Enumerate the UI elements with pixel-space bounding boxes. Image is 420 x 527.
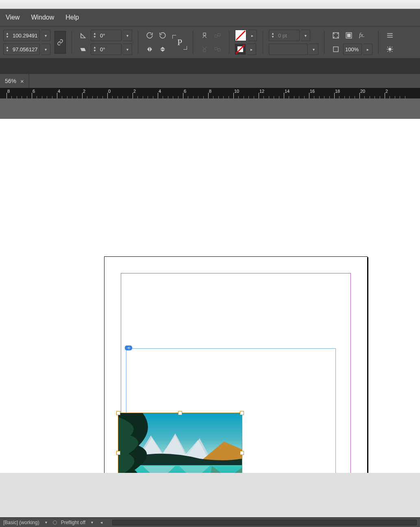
scale-y-dropdown[interactable]: ▾: [41, 44, 50, 55]
horizontal-ruler[interactable]: 8642024681012141618202: [0, 88, 420, 98]
stroke-swatch[interactable]: [235, 44, 246, 55]
document-tab[interactable]: 56% ×: [0, 74, 29, 88]
shear-field[interactable]: ▲▼: [91, 44, 122, 55]
status-bar: [Basic] (working) ▾ Preflight off ▾ ◂: [0, 517, 420, 527]
paragraph-style-button[interactable]: P: [172, 35, 187, 50]
fx-button[interactable]: fx.: [356, 30, 368, 41]
nudger-icon[interactable]: ▲▼: [269, 32, 276, 39]
nudger-icon[interactable]: ▲▼: [91, 46, 98, 52]
fill-swatch-dropdown[interactable]: ▸: [248, 30, 257, 41]
rotate-field[interactable]: ▲▼: [91, 30, 122, 41]
ruler-label: 6: [33, 89, 35, 94]
svg-line-27: [387, 51, 388, 52]
flip-vertical-button[interactable]: [157, 44, 168, 55]
rotate-dropdown[interactable]: ▾: [123, 30, 132, 41]
svg-line-11: [236, 45, 245, 54]
ruler-label: 20: [360, 89, 365, 94]
menu-bar: View Window Help: [0, 9, 420, 26]
placed-image: [118, 413, 242, 473]
control-bar: ▲▼ ▾ ▲▼ ▾ ▲▼ ▾ ▲: [0, 26, 420, 59]
svg-rect-8: [215, 48, 217, 50]
selected-image-frame[interactable]: [118, 413, 242, 473]
svg-rect-15: [333, 47, 338, 52]
ruler-label: 0: [108, 89, 111, 94]
rotate-angle-icon: [78, 30, 89, 41]
preflight-label[interactable]: Preflight off: [61, 520, 85, 525]
svg-line-1: [203, 35, 205, 38]
auto-fit-button[interactable]: [330, 30, 342, 41]
select-container-button[interactable]: [199, 30, 210, 41]
ruler-label: 6: [184, 89, 186, 94]
preflight-dropdown[interactable]: ▾: [89, 520, 95, 525]
stroke-weight-field[interactable]: ▲▼: [269, 30, 300, 41]
svg-rect-9: [218, 49, 220, 51]
svg-line-6: [205, 47, 207, 49]
opacity-more[interactable]: ▸: [363, 44, 372, 55]
stroke-style-field[interactable]: [269, 44, 308, 55]
shear-dropdown[interactable]: ▾: [123, 44, 132, 55]
corner-options-button[interactable]: [330, 44, 342, 55]
separator: [324, 31, 324, 54]
opacity-field[interactable]: [343, 44, 362, 55]
nudger-icon[interactable]: ▲▼: [4, 32, 11, 39]
resize-handle[interactable]: [116, 411, 120, 415]
resize-handle[interactable]: [240, 411, 244, 415]
resize-handle[interactable]: [116, 451, 120, 455]
scale-x-input[interactable]: [11, 33, 39, 39]
separator: [193, 31, 193, 54]
select-next-button: [212, 44, 223, 55]
status-style-label[interactable]: [Basic] (working): [3, 520, 39, 525]
rotate-input[interactable]: [98, 33, 121, 39]
separator: [229, 31, 229, 54]
separator: [378, 31, 379, 54]
select-content-button: [199, 44, 210, 55]
svg-rect-0: [203, 33, 206, 35]
text-wrap-button[interactable]: [384, 30, 396, 41]
ruler-label: 18: [335, 89, 340, 94]
frame-fit-button[interactable]: [343, 30, 355, 41]
svg-line-5: [203, 47, 205, 49]
status-style-dropdown[interactable]: ▾: [44, 520, 49, 525]
scale-x-dropdown[interactable]: ▾: [41, 30, 50, 41]
svg-point-19: [388, 48, 392, 51]
stroke-weight-input[interactable]: [276, 33, 299, 39]
svg-line-26: [392, 47, 393, 48]
scale-y-field[interactable]: ▲▼: [3, 44, 40, 55]
constrain-proportions-button[interactable]: [54, 31, 66, 54]
menu-view[interactable]: View: [6, 14, 20, 21]
panel-dock-strip: [0, 59, 420, 74]
scale-y-input[interactable]: [11, 46, 39, 52]
title-bar: [0, 0, 420, 9]
rotate-cw-button[interactable]: [144, 30, 155, 41]
preflight-indicator-icon: [53, 520, 57, 525]
flip-horizontal-button[interactable]: [144, 44, 155, 55]
ruler-label: 4: [58, 89, 60, 94]
svg-rect-3: [215, 35, 217, 37]
canvas-area[interactable]: ⟲: [0, 98, 420, 473]
svg-rect-7: [203, 49, 206, 52]
rotate-ccw-button[interactable]: [157, 30, 168, 41]
nudger-icon[interactable]: ▲▼: [91, 32, 98, 39]
resize-handle[interactable]: [178, 411, 182, 415]
separator: [138, 31, 138, 54]
ruler-label: 8: [209, 89, 211, 94]
scale-x-field[interactable]: ▲▼: [3, 30, 40, 41]
scroll-left-button[interactable]: ◂: [99, 520, 104, 525]
nudger-icon[interactable]: ▲▼: [4, 46, 11, 52]
ruler-label: 2: [133, 89, 136, 94]
stroke-style-dropdown[interactable]: ▾: [309, 44, 318, 55]
menu-window[interactable]: Window: [31, 14, 54, 21]
ruler-label: 2: [83, 89, 85, 94]
resize-handle[interactable]: [240, 451, 244, 455]
menu-help[interactable]: Help: [65, 14, 79, 21]
ruler-label: 4: [159, 89, 161, 94]
screen-mode-button[interactable]: [384, 44, 396, 55]
opacity-input[interactable]: [344, 46, 361, 52]
ruler-label: 14: [285, 89, 289, 94]
stroke-weight-dropdown[interactable]: ▾: [301, 30, 310, 41]
shear-input[interactable]: [98, 46, 121, 52]
horizontal-scrollbar[interactable]: [112, 520, 417, 525]
fill-swatch[interactable]: [235, 30, 246, 41]
close-tab-button[interactable]: ×: [20, 78, 24, 85]
stroke-swatch-dropdown[interactable]: ▸: [247, 44, 256, 55]
